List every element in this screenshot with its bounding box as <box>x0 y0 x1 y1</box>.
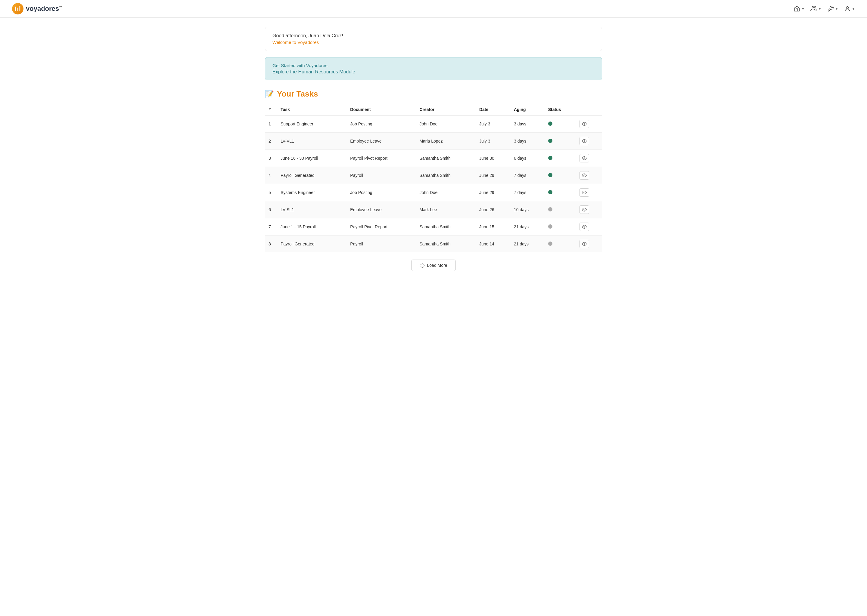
user-chevron: ▼ <box>852 7 855 11</box>
eye-icon <box>582 156 587 160</box>
cell-status <box>545 150 576 167</box>
eye-icon <box>582 121 587 126</box>
cell-aging: 21 days <box>510 236 545 253</box>
cell-num: 3 <box>265 150 277 167</box>
eye-icon <box>582 242 587 246</box>
cell-date: June 26 <box>476 201 510 218</box>
svg-point-5 <box>846 6 848 9</box>
table-row: 4 Payroll Generated Payroll Samantha Smi… <box>265 167 602 184</box>
view-button[interactable] <box>580 137 589 145</box>
cell-creator: Samantha Smith <box>416 167 476 184</box>
load-more-label: Load More <box>427 263 447 268</box>
status-dot <box>548 121 552 126</box>
cell-status <box>545 133 576 150</box>
table-row: 6 LV-SL1 Employee Leave Mark Lee June 26… <box>265 201 602 218</box>
table-row: 8 Payroll Generated Payroll Samantha Smi… <box>265 236 602 253</box>
nav-user[interactable]: ▼ <box>844 5 855 12</box>
greeting-card: Good afternoon, Juan Dela Cruz! Welcome … <box>265 27 602 51</box>
cell-date: June 14 <box>476 236 510 253</box>
cell-date: June 29 <box>476 167 510 184</box>
cell-status <box>545 201 576 218</box>
col-header-date: Date <box>476 104 510 115</box>
svg-point-12 <box>584 226 585 227</box>
nav-team[interactable]: ▼ <box>810 5 821 12</box>
banner-title: Get Started with Voyadores: <box>273 63 594 68</box>
cell-aging: 10 days <box>510 201 545 218</box>
status-dot <box>548 156 552 160</box>
view-button[interactable] <box>580 206 589 214</box>
view-button[interactable] <box>580 240 589 248</box>
tools-icon <box>827 5 834 12</box>
cell-num: 6 <box>265 201 277 218</box>
eye-icon <box>582 190 587 195</box>
cell-creator: Samantha Smith <box>416 236 476 253</box>
cell-status <box>545 218 576 236</box>
cell-creator: Maria Lopez <box>416 133 476 150</box>
tasks-icon: 📝 <box>265 90 274 98</box>
svg-point-8 <box>584 158 585 159</box>
col-header-document: Document <box>347 104 416 115</box>
table-header: # Task Document Creator Date Aging Statu… <box>265 104 602 115</box>
view-button[interactable] <box>580 154 589 162</box>
cell-task: Payroll Generated <box>277 167 347 184</box>
view-button[interactable] <box>580 171 589 179</box>
cell-aging: 6 days <box>510 150 545 167</box>
cell-document: Job Posting <box>347 184 416 201</box>
cell-task: Payroll Generated <box>277 236 347 253</box>
cell-task: LV-SL1 <box>277 201 347 218</box>
svg-rect-1 <box>17 8 18 11</box>
table-row: 1 Support Engineer Job Posting John Doe … <box>265 115 602 133</box>
cell-aging: 3 days <box>510 133 545 150</box>
load-more-icon <box>420 263 425 268</box>
greeting-welcome: Welcome to Voyadores <box>273 40 594 45</box>
nav-tools[interactable]: ▼ <box>827 5 838 12</box>
cell-num: 5 <box>265 184 277 201</box>
cell-aging: 21 days <box>510 218 545 236</box>
cell-date: July 3 <box>476 115 510 133</box>
cell-num: 4 <box>265 167 277 184</box>
user-icon <box>844 5 851 12</box>
tools-chevron: ▼ <box>835 7 838 11</box>
cell-task: Systems Engineer <box>277 184 347 201</box>
cell-date: June 15 <box>476 218 510 236</box>
eye-icon <box>582 207 587 212</box>
cell-date: July 3 <box>476 133 510 150</box>
cell-task: LV-VL1 <box>277 133 347 150</box>
load-more-button[interactable]: Load More <box>411 259 456 271</box>
svg-point-4 <box>814 6 816 8</box>
tasks-title: Your Tasks <box>277 90 318 99</box>
table-row: 5 Systems Engineer Job Posting John Doe … <box>265 184 602 201</box>
status-dot <box>548 225 552 229</box>
cell-num: 1 <box>265 115 277 133</box>
load-more-container: Load More <box>265 259 602 271</box>
view-button[interactable] <box>580 188 589 197</box>
cell-document: Job Posting <box>347 115 416 133</box>
status-dot <box>548 190 552 194</box>
cell-num: 7 <box>265 218 277 236</box>
status-dot <box>548 173 552 177</box>
cell-action <box>576 115 602 133</box>
table-row: 7 June 1 - 15 Payroll Payroll Pivot Repo… <box>265 218 602 236</box>
cell-creator: Samantha Smith <box>416 218 476 236</box>
col-header-num: # <box>265 104 277 115</box>
table-body: 1 Support Engineer Job Posting John Doe … <box>265 115 602 252</box>
svg-point-11 <box>584 209 585 210</box>
view-button[interactable] <box>580 120 589 128</box>
svg-point-6 <box>584 123 585 124</box>
svg-point-3 <box>812 6 814 8</box>
cell-document: Payroll <box>347 236 416 253</box>
nav-home[interactable]: ▼ <box>793 5 804 12</box>
svg-point-9 <box>584 175 585 176</box>
view-button[interactable] <box>580 223 589 231</box>
cell-date: June 30 <box>476 150 510 167</box>
home-icon <box>793 5 800 12</box>
navbar: voyadores™ ▼ ▼ ▼ <box>0 0 867 18</box>
svg-point-10 <box>584 192 585 193</box>
svg-rect-0 <box>15 6 16 11</box>
col-header-creator: Creator <box>416 104 476 115</box>
cell-creator: John Doe <box>416 115 476 133</box>
cell-document: Payroll <box>347 167 416 184</box>
cell-aging: 7 days <box>510 167 545 184</box>
nav-icons: ▼ ▼ ▼ ▼ <box>793 5 855 12</box>
status-dot <box>548 207 552 211</box>
